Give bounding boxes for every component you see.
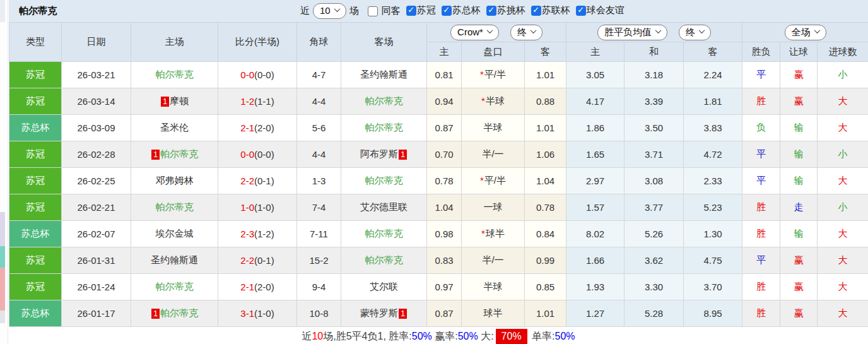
edge-fragment — [0, 212, 5, 246]
odds-home: 0.81 — [427, 62, 462, 88]
league-type-badge: 苏冠 — [9, 194, 62, 221]
home-team[interactable]: 圣米伦 — [131, 115, 218, 141]
league-checkbox[interactable] — [406, 6, 416, 16]
col-header-avg-home: 主 — [566, 42, 625, 62]
col-header-score: 比分(半场) — [218, 23, 297, 62]
corner-cell: 15-2 — [297, 247, 341, 274]
match-date: 26-02-28 — [62, 141, 131, 168]
away-team[interactable]: 蒙特罗斯1 — [341, 300, 427, 327]
home-team[interactable]: 埃尔金城 — [131, 221, 218, 247]
avg-draw: 3.77 — [625, 194, 684, 221]
league-type-badge: 苏冠 — [9, 62, 62, 88]
page-edge-strip — [0, 0, 8, 344]
result-cell: 平 — [742, 247, 780, 274]
odds-company-value: Crow* — [457, 27, 483, 38]
avg-draw: 3.62 — [625, 247, 684, 274]
goals-cell: 大 — [818, 221, 868, 247]
league-checkbox-label: 苏挑杯 — [497, 4, 525, 16]
away-team[interactable]: 帕尔蒂克 — [341, 168, 427, 194]
table-row: 苏总杯26-01-171帕尔蒂克3-1(1-0)10-8蒙特罗斯10.87球半1… — [9, 300, 868, 327]
away-team[interactable]: 圣约翰斯通 — [341, 62, 427, 88]
goals-cell: 小 — [818, 141, 868, 168]
summary-segment: 近 — [302, 330, 312, 343]
home-team[interactable]: 1摩顿 — [131, 88, 218, 115]
near-count-select[interactable]: 10 — [313, 3, 346, 19]
league-type-badge: 苏冠 — [9, 168, 62, 194]
scope-select[interactable]: 全场 — [785, 25, 826, 40]
avg-home: 3.05 — [566, 62, 625, 88]
odds-away: 0.85 — [525, 274, 566, 300]
edge-fragment — [0, 246, 5, 268]
away-team[interactable]: 帕尔蒂克 — [341, 88, 427, 115]
away-team[interactable]: 帕尔蒂克 — [341, 221, 427, 247]
home-team[interactable]: 邓弗姆林 — [131, 168, 218, 194]
odds-home: 0.98 — [427, 221, 462, 247]
near-count-value: 10 — [320, 5, 331, 16]
result-cell: 平 — [742, 141, 780, 168]
result-cell: 平 — [742, 168, 780, 194]
odds-away: 0.99 — [525, 247, 566, 274]
col-header-avg-away: 客 — [684, 42, 742, 62]
league-checkbox[interactable] — [486, 6, 496, 16]
odds-home: 0.87 — [427, 115, 462, 141]
away-team[interactable]: 艾尔联 — [341, 274, 427, 300]
summary-segment: 赢率: — [432, 330, 458, 343]
avg-away: 1.81 — [684, 88, 742, 115]
handicap-result-cell: 走 — [780, 194, 818, 221]
team-title: 帕尔蒂克 — [19, 5, 57, 17]
odds-home: 0.94 — [427, 88, 462, 115]
col-header-home: 主场 — [131, 23, 218, 62]
league-filter: 球会友谊 — [576, 4, 625, 16]
handicap-result-cell: 赢 — [780, 247, 818, 274]
chevron-down-icon — [699, 27, 705, 33]
summary-segment: 70% — [496, 329, 527, 344]
summary-segment: 大: — [478, 330, 494, 343]
rank-badge: 1 — [151, 150, 160, 160]
result-group-header: 全场 — [742, 23, 868, 42]
avg-type-select[interactable]: 胜平负均值 — [597, 25, 667, 40]
scope-value: 全场 — [792, 27, 811, 38]
score-cell: 3-1(1-0) — [218, 300, 297, 327]
goals-cell: 大 — [818, 168, 868, 194]
same-away-checkbox[interactable] — [368, 6, 378, 16]
league-type-badge: 苏冠 — [9, 247, 62, 274]
goals-cell: 小 — [818, 194, 868, 221]
avg-draw: 3.08 — [625, 168, 684, 194]
away-team[interactable]: 帕尔蒂克 — [341, 247, 427, 274]
home-team[interactable]: 帕尔蒂克 — [131, 194, 218, 221]
league-checkbox[interactable] — [442, 6, 452, 16]
live-star-icon: * — [481, 228, 485, 239]
away-team[interactable]: 艾尔德里联 — [341, 194, 427, 221]
summary-segment: 50% — [458, 331, 478, 342]
odds-company-select[interactable]: Crow* — [450, 25, 499, 40]
match-stats-panel: 帕尔蒂克 近 10 场 同客 苏冠苏总杯苏挑杯苏联杯球会友谊 — [0, 0, 868, 344]
avg-away: 5.23 — [684, 194, 742, 221]
col-header-handicap: 盘口 — [462, 42, 525, 62]
score-cell: 0-0(0-0) — [218, 141, 297, 168]
odds-away: 0.84 — [525, 221, 566, 247]
home-team[interactable]: 帕尔蒂克 — [131, 274, 218, 300]
avg-away: 1.30 — [684, 221, 742, 247]
home-team[interactable]: 1帕尔蒂克 — [131, 300, 218, 327]
away-team[interactable]: 阿布罗斯1 — [341, 141, 427, 168]
score-cell: 2-3(1-2) — [218, 221, 297, 247]
league-checkbox[interactable] — [576, 6, 586, 16]
avg-state-select[interactable]: 终 — [679, 25, 711, 40]
rank-badge: 1 — [151, 309, 160, 319]
league-checkbox[interactable] — [531, 6, 541, 16]
edge-fragment — [0, 0, 5, 22]
avg-draw: 5.26 — [625, 221, 684, 247]
games-label: 场 — [349, 5, 359, 17]
handicap-result-cell: 输 — [780, 115, 818, 141]
odds-home: 0.83 — [427, 247, 462, 274]
home-team[interactable]: 圣约翰斯通 — [131, 247, 218, 274]
home-team[interactable]: 1帕尔蒂克 — [131, 141, 218, 168]
home-team[interactable]: 帕尔蒂克 — [131, 62, 218, 88]
summary-segment: 50% — [555, 331, 575, 342]
match-date: 26-02-25 — [62, 168, 131, 194]
corner-cell: 5-6 — [297, 115, 341, 141]
odds-state-select[interactable]: 终 — [510, 25, 542, 40]
away-team[interactable]: 帕尔蒂克 — [341, 115, 427, 141]
odds-home: 0.70 — [427, 141, 462, 168]
goals-cell: 小 — [818, 62, 868, 88]
